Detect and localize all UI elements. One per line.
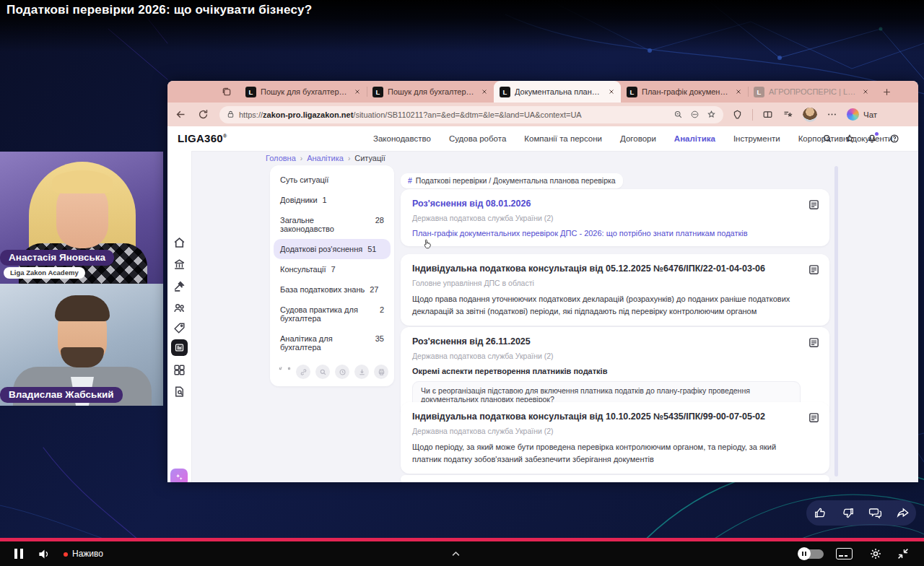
result-card-1[interactable]: Роз'яснення від 08.01.2026 Державна пода… bbox=[401, 189, 829, 246]
document-card-icon[interactable] bbox=[808, 336, 820, 349]
tag-icon[interactable] bbox=[173, 321, 186, 335]
browser-tab-1[interactable]: L Пошук для бухгалтера | За bbox=[240, 81, 367, 103]
tab-close-icon[interactable] bbox=[862, 88, 869, 95]
liga360-header-icons bbox=[822, 126, 899, 151]
live-label[interactable]: Наживо bbox=[72, 549, 103, 559]
tab-close-icon[interactable] bbox=[481, 88, 488, 95]
news-feed-icon-active[interactable] bbox=[171, 339, 188, 356]
home-icon[interactable] bbox=[173, 236, 186, 250]
card-title[interactable]: Індивідуальна податкова консультація від… bbox=[412, 264, 801, 274]
search-in-icon[interactable] bbox=[315, 365, 330, 379]
apps-grid-icon[interactable] bbox=[173, 363, 186, 377]
new-tab-icon[interactable] bbox=[882, 87, 892, 97]
url-field[interactable]: https://zakon-pro.ligazakon.net/situatio… bbox=[219, 106, 723, 123]
subtitles-icon[interactable] bbox=[836, 548, 853, 560]
card-document-link[interactable]: План-графік документальних перевірок ДПС… bbox=[412, 229, 801, 238]
mouse-cursor-hand bbox=[422, 238, 433, 251]
download-icon[interactable] bbox=[354, 365, 369, 379]
browser-tab-5[interactable]: L АГРОПРОСПЕРІС | LIGA36 bbox=[748, 81, 875, 103]
live-reactions-bar bbox=[806, 500, 916, 526]
share-icon[interactable] bbox=[896, 506, 910, 520]
card-title[interactable]: Роз'яснення від 26.11.2025 bbox=[412, 336, 801, 347]
menu-item-additional-clarifications[interactable]: Додаткові роз'яснення51 bbox=[274, 239, 391, 259]
dislike-icon[interactable] bbox=[841, 506, 855, 520]
menu-item-general-legislation[interactable]: Загальне законодавство28 bbox=[270, 210, 394, 239]
back-icon[interactable] bbox=[175, 108, 187, 121]
profile-avatar[interactable] bbox=[803, 108, 817, 122]
pause-button[interactable] bbox=[14, 549, 23, 559]
nav-companies[interactable]: Компанії та персони bbox=[524, 134, 602, 143]
copilot-icon[interactable] bbox=[847, 108, 859, 121]
nav-legislation[interactable]: Законодавство bbox=[373, 134, 431, 143]
link-icon[interactable] bbox=[296, 365, 310, 379]
favorite-star-icon[interactable] bbox=[287, 367, 291, 378]
chat-icon[interactable] bbox=[868, 506, 882, 520]
card-title-link[interactable]: Роз'яснення від 08.01.2026 bbox=[412, 199, 801, 209]
liga360-logo[interactable]: LIGA360® bbox=[178, 132, 227, 144]
menu-item-accountant-analytics[interactable]: Аналітика для бухгалтера35 bbox=[270, 328, 394, 357]
document-search-icon[interactable] bbox=[173, 385, 186, 399]
nav-analytics[interactable]: Аналітика bbox=[674, 134, 715, 143]
breadcrumb-analytics[interactable]: Аналітика bbox=[307, 154, 344, 162]
menu-item-essence[interactable]: Суть ситуації bbox=[270, 170, 394, 190]
print-icon[interactable] bbox=[374, 365, 388, 379]
content-scrollbar[interactable] bbox=[834, 166, 838, 476]
nav-court-work[interactable]: Судова робота bbox=[449, 134, 506, 143]
favorites-star-icon[interactable] bbox=[845, 134, 855, 144]
reload-icon[interactable] bbox=[197, 108, 209, 121]
topic-chip[interactable]: #Податкові перевірки / Документальна пла… bbox=[401, 173, 623, 188]
player-control-bar: Наживо bbox=[0, 541, 924, 566]
zoom-out-icon[interactable] bbox=[674, 110, 683, 119]
nav-contracts[interactable]: Договори bbox=[620, 134, 656, 143]
screen-share-browser: L Пошук для бухгалтера | За L Пошук для … bbox=[167, 81, 918, 482]
favorites-hub-icon[interactable] bbox=[783, 109, 793, 120]
tab-close-icon[interactable] bbox=[354, 88, 361, 95]
tab-close-icon[interactable] bbox=[735, 88, 742, 95]
browser-tab-2[interactable]: L Пошук для бухгалтера | За bbox=[367, 81, 494, 103]
nav-tools[interactable]: Інструменти bbox=[733, 134, 780, 143]
exit-fullscreen-icon[interactable] bbox=[897, 547, 910, 560]
help-icon[interactable] bbox=[889, 134, 899, 144]
browser-address-bar: https://zakon-pro.ligazakon.net/situatio… bbox=[167, 103, 918, 126]
presenter2-hair bbox=[55, 295, 110, 321]
autoplay-toggle[interactable] bbox=[799, 549, 824, 559]
result-card-2[interactable]: Індивідуальна податкова консультація від… bbox=[401, 254, 829, 326]
people-icon[interactable] bbox=[173, 301, 186, 315]
card-title[interactable]: Індивідуальна податкова консультація від… bbox=[412, 412, 801, 422]
court-building-icon[interactable] bbox=[173, 258, 186, 271]
like-icon[interactable] bbox=[814, 506, 827, 520]
page-actions-icon[interactable] bbox=[690, 110, 699, 119]
tab-actions-icon[interactable] bbox=[221, 86, 232, 97]
settings-gear-icon[interactable] bbox=[869, 547, 882, 560]
document-card-icon[interactable] bbox=[808, 264, 820, 276]
document-card-icon[interactable] bbox=[808, 412, 820, 424]
gavel-icon[interactable] bbox=[173, 279, 186, 293]
volume-icon[interactable] bbox=[38, 547, 51, 561]
bookmark-star-icon[interactable] bbox=[707, 110, 716, 119]
menu-item-court-practice[interactable]: Судова практика для бухгалтера2 bbox=[270, 300, 394, 328]
menu-item-tax-knowledge-base[interactable]: База податкових знань27 bbox=[270, 279, 394, 300]
breadcrumb: Головна › Аналітика › Ситуації bbox=[266, 154, 385, 162]
browser-tab-3-active[interactable]: L Документальна планова пе bbox=[494, 81, 621, 103]
presenter1-fringe bbox=[52, 170, 113, 193]
follow-bell-icon[interactable] bbox=[279, 367, 282, 378]
menu-item-consultations[interactable]: Консультації7 bbox=[270, 259, 394, 279]
split-screen-icon[interactable] bbox=[762, 109, 773, 120]
menu-item-directories[interactable]: Довідники1 bbox=[270, 190, 394, 210]
browser-essentials-icon[interactable] bbox=[732, 109, 743, 120]
chevron-up-icon[interactable] bbox=[450, 549, 461, 560]
lock-icon bbox=[227, 110, 235, 118]
history-clock-icon[interactable] bbox=[335, 365, 349, 379]
document-card-icon[interactable] bbox=[808, 199, 820, 211]
copilot-label[interactable]: Чат bbox=[863, 110, 877, 119]
card-body: Щодо періоду, за який може бути проведен… bbox=[412, 441, 801, 465]
notifications-bell-icon[interactable] bbox=[867, 134, 877, 144]
tab-close-icon[interactable] bbox=[608, 88, 615, 95]
browser-menu-icon[interactable] bbox=[827, 109, 837, 120]
breadcrumb-home[interactable]: Головна bbox=[266, 154, 296, 162]
result-card-4[interactable]: Індивідуальна податкова консультація від… bbox=[401, 402, 829, 474]
liga-favicon: L bbox=[245, 87, 256, 97]
search-icon[interactable] bbox=[822, 134, 832, 144]
ai-assistant-button[interactable] bbox=[170, 469, 188, 482]
browser-tab-4[interactable]: L План-графік документаль bbox=[621, 81, 748, 103]
